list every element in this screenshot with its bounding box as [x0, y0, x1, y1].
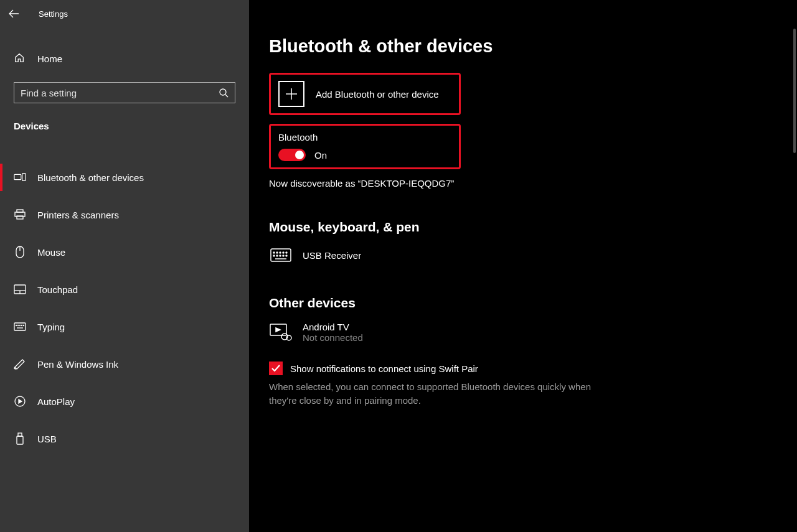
keyboard-icon — [14, 320, 26, 333]
bluetooth-toggle[interactable] — [278, 149, 306, 161]
svg-point-28 — [273, 252, 275, 253]
section-mouse-keyboard-pen: Mouse, keyboard, & pen — [269, 220, 777, 235]
category-heading: Devices — [0, 103, 249, 140]
bluetooth-label: Bluetooth — [278, 132, 451, 142]
back-button[interactable] — [0, 0, 27, 27]
device-name: Android TV — [303, 322, 363, 332]
swift-pair-description: When selected, you can connect to suppor… — [269, 380, 618, 408]
sidebar-item-printers[interactable]: Printers & scanners — [0, 196, 249, 233]
highlight-add-device: Add Bluetooth or other device — [269, 73, 461, 115]
page-title: Bluetooth & other devices — [269, 36, 777, 57]
window-title: Settings — [39, 9, 68, 19]
svg-point-36 — [283, 255, 284, 256]
usb-icon — [14, 432, 26, 445]
keyboard-icon — [269, 246, 293, 264]
sidebar-item-label: Touchpad — [37, 284, 78, 295]
highlight-bluetooth-toggle: Bluetooth On — [269, 124, 461, 169]
device-name: USB Receiver — [303, 250, 361, 261]
devices-icon — [14, 171, 26, 184]
nav-list: Bluetooth & other devices Printers & sca… — [0, 159, 249, 457]
swift-pair-label: Show notifications to connect using Swif… — [290, 363, 478, 374]
section-other-devices: Other devices — [269, 296, 777, 310]
svg-point-0 — [220, 89, 226, 95]
svg-point-14 — [20, 325, 21, 326]
device-usb-receiver[interactable]: USB Receiver — [269, 246, 777, 264]
media-device-icon — [269, 323, 293, 342]
toggle-knob — [295, 151, 304, 159]
svg-point-15 — [22, 325, 22, 326]
svg-point-30 — [280, 252, 281, 253]
device-android-tv[interactable]: Android TV Not connected — [269, 322, 777, 343]
sidebar-item-label: Printers & scanners — [37, 210, 119, 220]
home-label: Home — [37, 54, 62, 64]
sidebar-item-label: AutoPlay — [37, 396, 75, 407]
swift-pair-row: Show notifications to connect using Swif… — [269, 362, 777, 375]
svg-point-13 — [18, 325, 19, 326]
home-icon — [14, 52, 26, 65]
svg-rect-20 — [17, 436, 23, 444]
svg-point-12 — [16, 325, 17, 326]
sidebar-item-bluetooth[interactable]: Bluetooth & other devices — [0, 159, 249, 196]
touchpad-icon — [14, 283, 26, 296]
svg-rect-2 — [22, 174, 26, 181]
svg-point-35 — [280, 255, 281, 256]
search-box[interactable] — [14, 82, 235, 103]
svg-point-33 — [273, 255, 275, 256]
svg-point-37 — [286, 255, 287, 256]
sidebar-item-label: Pen & Windows Ink — [37, 359, 118, 370]
sidebar-item-label: USB — [37, 434, 57, 444]
swift-pair-checkbox[interactable] — [269, 362, 283, 375]
sidebar-item-mouse[interactable]: Mouse — [0, 233, 249, 271]
add-device-button[interactable]: Add Bluetooth or other device — [278, 81, 451, 107]
toggle-state-text: On — [314, 150, 327, 161]
autoplay-icon — [14, 395, 26, 408]
bluetooth-toggle-row: On — [278, 149, 451, 161]
sidebar-item-touchpad[interactable]: Touchpad — [0, 271, 249, 308]
svg-point-34 — [276, 255, 278, 256]
pen-icon — [14, 358, 26, 370]
sidebar-item-typing[interactable]: Typing — [0, 308, 249, 345]
plus-icon — [278, 81, 304, 107]
scrollbar[interactable] — [793, 29, 796, 153]
sidebar-item-autoplay[interactable]: AutoPlay — [0, 383, 249, 420]
sidebar-item-label: Bluetooth & other devices — [37, 172, 144, 183]
svg-rect-11 — [14, 323, 26, 330]
svg-point-32 — [286, 252, 287, 253]
sidebar-item-usb[interactable]: USB — [0, 420, 249, 457]
add-device-label: Add Bluetooth or other device — [316, 89, 439, 100]
sidebar-item-label: Typing — [37, 322, 65, 332]
sidebar: Home Devices Bluetooth & other devices — [0, 0, 249, 532]
search-icon — [219, 88, 229, 98]
svg-point-16 — [24, 325, 24, 326]
discoverable-text: Now discoverable as “DESKTOP-IEQQDG7” — [269, 178, 777, 189]
svg-point-29 — [276, 252, 278, 253]
svg-rect-1 — [14, 174, 21, 179]
main-content: Bluetooth & other devices Add Bluetooth … — [249, 0, 797, 532]
mouse-icon — [14, 246, 26, 258]
svg-rect-19 — [18, 433, 22, 436]
sidebar-item-label: Mouse — [37, 247, 65, 258]
device-status: Not connected — [303, 332, 363, 343]
printer-icon — [14, 208, 26, 221]
sidebar-item-pen[interactable]: Pen & Windows Ink — [0, 345, 249, 383]
home-button[interactable]: Home — [0, 41, 249, 76]
search-input[interactable] — [21, 88, 219, 98]
svg-point-31 — [283, 252, 284, 253]
